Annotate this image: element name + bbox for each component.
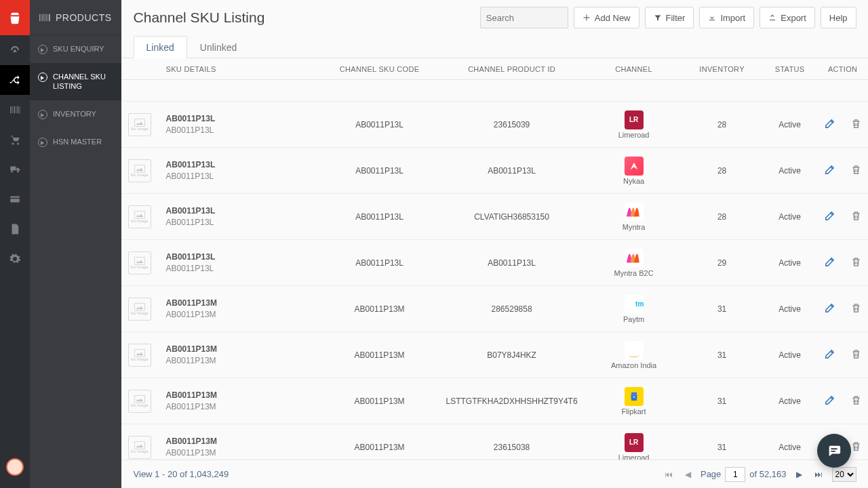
rail-shipping[interactable] bbox=[0, 155, 30, 184]
import-button[interactable]: Import bbox=[699, 7, 754, 28]
cell-status: Active bbox=[756, 120, 824, 129]
cell-status: Active bbox=[756, 396, 824, 406]
pager-last[interactable]: ⏭ bbox=[812, 470, 825, 479]
sidebar-item-label: CHANNEL SKU LISTING bbox=[53, 72, 113, 92]
delete-button[interactable] bbox=[850, 118, 862, 131]
sku-main: AB0011P13L bbox=[166, 114, 315, 123]
edit-button[interactable] bbox=[824, 210, 835, 224]
pager-next[interactable]: ▶ bbox=[793, 470, 805, 479]
sku-main: AB0011P13M bbox=[166, 344, 315, 354]
chat-button[interactable] bbox=[817, 434, 851, 468]
sidebar-item-hsn-master[interactable]: HSN MASTER bbox=[30, 128, 121, 156]
channel-name: Flipkart bbox=[622, 407, 646, 415]
rail-reports[interactable] bbox=[0, 214, 30, 244]
channel-name: Myntra B2C bbox=[614, 269, 654, 277]
rail-settings[interactable] bbox=[0, 244, 30, 274]
plus-icon bbox=[583, 14, 591, 22]
sku-main: AB0011P13L bbox=[166, 160, 315, 169]
no-image-icon: No Image bbox=[128, 436, 151, 459]
cell-channel-sku-code: AB0011P13L bbox=[315, 212, 444, 222]
col-action: ACTION bbox=[824, 65, 862, 73]
edit-button[interactable] bbox=[824, 164, 835, 178]
col-channel: CHANNEL bbox=[580, 65, 688, 73]
upload-icon bbox=[768, 14, 776, 22]
edit-button[interactable] bbox=[824, 348, 835, 362]
table-row: No ImageAB0011P13MAB0011P13MAB0011P13M23… bbox=[121, 424, 868, 460]
cell-channel-product-id: 23615038 bbox=[444, 443, 580, 452]
cell-channel: LRLimeroad bbox=[580, 110, 688, 139]
table-body[interactable]: No ImageAB0011P13LAB0011P13LAB0011P13L23… bbox=[121, 80, 868, 460]
tab-linked[interactable]: Linked bbox=[134, 36, 187, 58]
cell-channel-sku-code: AB0011P13M bbox=[315, 350, 444, 360]
delete-button[interactable] bbox=[850, 348, 862, 362]
table-header: SKU DETAILS CHANNEL SKU CODE CHANNEL PRO… bbox=[121, 58, 868, 80]
sidebar-item-inventory[interactable]: INVENTORY bbox=[30, 100, 121, 128]
sidebar-item-channel-sku[interactable]: CHANNEL SKU LISTING bbox=[30, 63, 121, 100]
svg-rect-7 bbox=[134, 441, 144, 449]
edit-button[interactable] bbox=[824, 118, 835, 131]
sku-main: AB0011P13M bbox=[166, 390, 315, 400]
cell-channel-sku-code: AB0011P13L bbox=[315, 120, 444, 129]
rail-dashboard[interactable] bbox=[0, 35, 30, 65]
pager-prev[interactable]: ◀ bbox=[682, 470, 694, 479]
nav-play-icon bbox=[38, 45, 47, 54]
cell-channel-product-id: 286529858 bbox=[444, 304, 580, 314]
delete-button[interactable] bbox=[850, 210, 862, 224]
sku-main: AB0011P13M bbox=[166, 436, 315, 446]
nav-play-icon bbox=[38, 138, 47, 147]
cell-status: Active bbox=[756, 166, 824, 176]
pager-page-size[interactable]: 20 bbox=[832, 467, 856, 482]
pager-first[interactable]: ⏮ bbox=[662, 470, 675, 479]
cell-status: Active bbox=[756, 212, 824, 222]
rail-payments[interactable] bbox=[0, 184, 30, 214]
no-image-icon: No Image bbox=[128, 344, 151, 367]
no-image-icon: No Image bbox=[128, 298, 151, 321]
tab-unlinked[interactable]: Unlinked bbox=[187, 36, 250, 58]
edit-button[interactable] bbox=[824, 256, 835, 270]
svg-rect-3 bbox=[134, 257, 144, 264]
rail-inventory[interactable] bbox=[0, 95, 30, 125]
delete-button[interactable] bbox=[850, 394, 862, 408]
shuffle-icon bbox=[9, 74, 21, 86]
delete-button[interactable] bbox=[850, 302, 862, 316]
sidebar: PRODUCTS SKU ENQUIRY CHANNEL SKU LISTING… bbox=[30, 0, 121, 488]
no-image-icon: No Image bbox=[128, 390, 151, 413]
edit-button[interactable] bbox=[824, 302, 835, 316]
help-button[interactable]: Help bbox=[821, 7, 856, 28]
cell-channel: Nykaa bbox=[580, 157, 688, 185]
user-avatar[interactable] bbox=[6, 458, 24, 476]
sku-main: AB0011P13M bbox=[166, 298, 315, 308]
col-status: STATUS bbox=[756, 65, 824, 73]
add-new-label: Add New bbox=[595, 13, 631, 23]
pager-of-text: of 52,163 bbox=[749, 469, 786, 479]
col-sku-details: SKU DETAILS bbox=[166, 65, 315, 73]
delete-button[interactable] bbox=[850, 164, 862, 178]
delete-button[interactable] bbox=[850, 256, 862, 270]
cell-inventory: 31 bbox=[688, 396, 756, 406]
sidebar-item-label: SKU ENQUIRY bbox=[53, 44, 104, 54]
nav-play-icon bbox=[38, 110, 47, 119]
cell-channel-product-id: CLVATIGH36853150 bbox=[444, 212, 580, 222]
export-button[interactable]: Export bbox=[760, 7, 815, 28]
table-row: No ImageAB0011P13LAB0011P13LAB0011P13LCL… bbox=[121, 194, 868, 240]
cart-icon bbox=[9, 134, 21, 146]
cell-channel: Flipkart bbox=[580, 387, 688, 415]
rail-orders[interactable] bbox=[0, 125, 30, 155]
rail-products[interactable] bbox=[0, 65, 30, 95]
channel-name: Limeroad bbox=[618, 453, 650, 460]
svg-rect-0 bbox=[134, 119, 144, 126]
export-label: Export bbox=[781, 13, 806, 23]
svg-rect-2 bbox=[134, 211, 144, 218]
filter-button[interactable]: Filter bbox=[645, 7, 694, 28]
sidebar-item-sku-enquiry[interactable]: SKU ENQUIRY bbox=[30, 35, 121, 63]
delete-button[interactable] bbox=[850, 441, 862, 454]
import-label: Import bbox=[720, 13, 745, 23]
table-row: No ImageAB0011P13MAB0011P13MAB0011P13MLS… bbox=[121, 378, 868, 424]
truck-icon bbox=[9, 163, 21, 176]
edit-button[interactable] bbox=[824, 394, 835, 408]
nav-play-icon bbox=[38, 73, 47, 82]
add-new-button[interactable]: Add New bbox=[574, 7, 639, 28]
pager-page-input[interactable] bbox=[725, 467, 745, 482]
search-box[interactable] bbox=[480, 7, 568, 28]
app-logo[interactable] bbox=[0, 0, 30, 35]
